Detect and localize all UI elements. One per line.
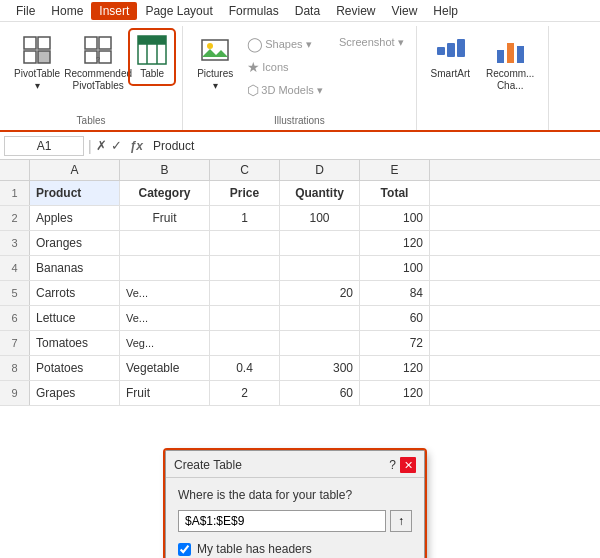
cell-b1[interactable]: Category bbox=[120, 181, 210, 205]
fx-icon[interactable]: ƒx bbox=[130, 139, 143, 153]
cell-e1[interactable]: Total bbox=[360, 181, 430, 205]
shapes-icon: ◯ bbox=[247, 36, 263, 52]
shapes-button[interactable]: ◯ Shapes ▾ bbox=[243, 34, 327, 54]
3d-models-button[interactable]: ⬡ 3D Models ▾ bbox=[243, 80, 327, 100]
cell-e9[interactable]: 120 bbox=[360, 381, 430, 405]
svg-rect-23 bbox=[517, 46, 524, 63]
range-input[interactable] bbox=[178, 510, 386, 532]
cell-e4[interactable]: 100 bbox=[360, 256, 430, 280]
cell-c2[interactable]: 1 bbox=[210, 206, 280, 230]
menu-view[interactable]: View bbox=[384, 2, 426, 20]
table-row: 2 Apples Fruit 1 100 100 bbox=[0, 206, 600, 231]
col-header-a[interactable]: A bbox=[30, 160, 120, 180]
cell-b8[interactable]: Vegetable bbox=[120, 356, 210, 380]
cell-b6[interactable]: Ve... bbox=[120, 306, 210, 330]
cell-e7[interactable]: 72 bbox=[360, 331, 430, 355]
cell-a9[interactable]: Grapes bbox=[30, 381, 120, 405]
col-header-b[interactable]: B bbox=[120, 160, 210, 180]
ribbon: PivotTable▾ ? RecommendedPivotTables bbox=[0, 22, 600, 132]
cell-c3[interactable] bbox=[210, 231, 280, 255]
cell-c9[interactable]: 2 bbox=[210, 381, 280, 405]
cell-a3[interactable]: Oranges bbox=[30, 231, 120, 255]
svg-rect-20 bbox=[457, 39, 465, 57]
menu-data[interactable]: Data bbox=[287, 2, 328, 20]
cell-c4[interactable] bbox=[210, 256, 280, 280]
menu-review[interactable]: Review bbox=[328, 2, 383, 20]
cell-b3[interactable] bbox=[120, 231, 210, 255]
cell-d3[interactable] bbox=[280, 231, 360, 255]
cell-d1[interactable]: Quantity bbox=[280, 181, 360, 205]
svg-text:?: ? bbox=[96, 55, 101, 64]
cell-b4[interactable] bbox=[120, 256, 210, 280]
cell-b9[interactable]: Fruit bbox=[120, 381, 210, 405]
cell-e3[interactable]: 120 bbox=[360, 231, 430, 255]
name-box[interactable] bbox=[4, 136, 84, 156]
recommended-charts-button[interactable]: Recomm...Cha... bbox=[480, 30, 540, 96]
pictures-button[interactable]: Pictures▾ bbox=[191, 30, 239, 96]
cell-d9[interactable]: 60 bbox=[280, 381, 360, 405]
cell-d6[interactable] bbox=[280, 306, 360, 330]
cell-a6[interactable]: Lettuce bbox=[30, 306, 120, 330]
cell-d7[interactable] bbox=[280, 331, 360, 355]
range-collapse-button[interactable]: ↑ bbox=[390, 510, 412, 532]
tables-group-label: Tables bbox=[77, 115, 106, 128]
3d-label: 3D Models ▾ bbox=[261, 84, 323, 97]
table-row: 3 Oranges 120 bbox=[0, 231, 600, 256]
cell-e5[interactable]: 84 bbox=[360, 281, 430, 305]
row-num-7: 7 bbox=[0, 331, 30, 355]
cell-a4[interactable]: Bananas bbox=[30, 256, 120, 280]
cell-d8[interactable]: 300 bbox=[280, 356, 360, 380]
pivot-table-button[interactable]: PivotTable▾ bbox=[8, 30, 66, 96]
menu-pagelayout[interactable]: Page Layout bbox=[137, 2, 220, 20]
dialog-help-button[interactable]: ? bbox=[389, 458, 396, 472]
svg-rect-5 bbox=[99, 37, 111, 49]
cell-e8[interactable]: 120 bbox=[360, 356, 430, 380]
icons-label: Icons bbox=[262, 61, 288, 73]
cell-c8[interactable]: 0.4 bbox=[210, 356, 280, 380]
menu-file[interactable]: File bbox=[8, 2, 43, 20]
svg-rect-18 bbox=[437, 47, 445, 55]
cell-d4[interactable] bbox=[280, 256, 360, 280]
table-button[interactable]: Table bbox=[130, 30, 174, 84]
cell-a2[interactable]: Apples bbox=[30, 206, 120, 230]
cell-c6[interactable] bbox=[210, 306, 280, 330]
smartart-button[interactable]: SmartArt bbox=[425, 30, 476, 84]
dialog-close-button[interactable]: ✕ bbox=[400, 457, 416, 473]
row-num-8: 8 bbox=[0, 356, 30, 380]
formula-bar-separator: | bbox=[88, 138, 92, 154]
menu-formulas[interactable]: Formulas bbox=[221, 2, 287, 20]
cell-d2[interactable]: 100 bbox=[280, 206, 360, 230]
cell-c1[interactable]: Price bbox=[210, 181, 280, 205]
col-header-d[interactable]: D bbox=[280, 160, 360, 180]
create-table-dialog: Create Table ? ✕ Where is the data for y… bbox=[165, 450, 425, 558]
ribbon-group-charts: SmartArt Recomm...Cha... bbox=[417, 26, 550, 130]
col-header-e[interactable]: E bbox=[360, 160, 430, 180]
cancel-formula-icon[interactable]: ✗ bbox=[96, 138, 107, 153]
cell-b5[interactable]: Ve... bbox=[120, 281, 210, 305]
cell-b2[interactable]: Fruit bbox=[120, 206, 210, 230]
dialog-controls: ? ✕ bbox=[389, 457, 416, 473]
screenshot-button[interactable]: Screenshot ▾ bbox=[335, 34, 408, 51]
recommended-pivottables-button[interactable]: ? RecommendedPivotTables bbox=[70, 30, 126, 96]
pivot-table-label: PivotTable▾ bbox=[14, 68, 60, 92]
icons-button[interactable]: ★ Icons bbox=[243, 57, 327, 77]
cell-c5[interactable] bbox=[210, 281, 280, 305]
cell-c7[interactable] bbox=[210, 331, 280, 355]
menu-insert[interactable]: Insert bbox=[91, 2, 137, 20]
3d-icon: ⬡ bbox=[247, 82, 259, 98]
cell-a5[interactable]: Carrots bbox=[30, 281, 120, 305]
cell-a1[interactable]: Product bbox=[30, 181, 120, 205]
cell-a8[interactable]: Potatoes bbox=[30, 356, 120, 380]
headers-checkbox[interactable] bbox=[178, 543, 191, 556]
cell-a7[interactable]: Tomatoes bbox=[30, 331, 120, 355]
cell-d5[interactable]: 20 bbox=[280, 281, 360, 305]
cell-b7[interactable]: Veg... bbox=[120, 331, 210, 355]
cell-e2[interactable]: 100 bbox=[360, 206, 430, 230]
menu-home[interactable]: Home bbox=[43, 2, 91, 20]
confirm-formula-icon[interactable]: ✓ bbox=[111, 138, 122, 153]
table-row: 4 Bananas 100 bbox=[0, 256, 600, 281]
svg-rect-19 bbox=[447, 43, 455, 57]
col-header-c[interactable]: C bbox=[210, 160, 280, 180]
cell-e6[interactable]: 60 bbox=[360, 306, 430, 330]
menu-help[interactable]: Help bbox=[425, 2, 466, 20]
